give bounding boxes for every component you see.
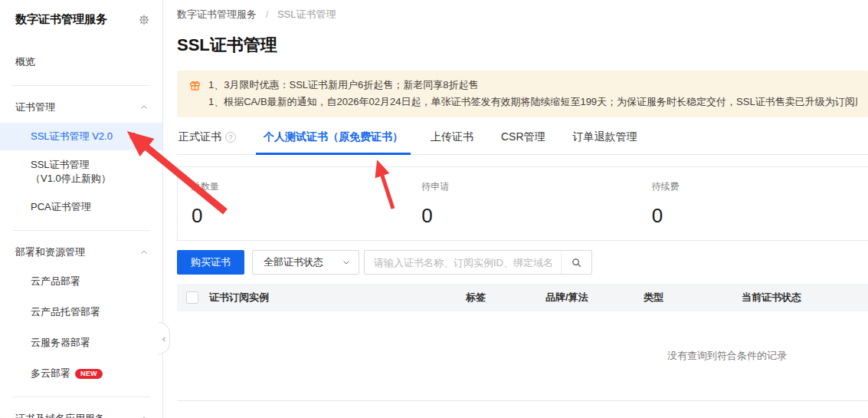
tab-label: 个人测试证书（原免费证书）	[264, 130, 403, 144]
col-header-brand-algorithm: 品牌/算法	[545, 291, 644, 304]
tab-upload-certs[interactable]: 上传证书	[429, 130, 475, 154]
table-bottom-divider	[177, 400, 868, 401]
stat-label: 总数量	[192, 180, 408, 193]
sidebar-divider	[12, 85, 150, 86]
table-header-row: 证书订阅实例 标签 品牌/算法 类型 当前证书状态	[177, 284, 868, 311]
chevron-up-icon	[139, 248, 149, 257]
app-title: 数字证书管理服务	[15, 12, 107, 27]
search-box	[364, 250, 592, 275]
sidebar-section-label: 证书管理	[15, 100, 55, 114]
sidebar-item-ssl-v2[interactable]: SSL证书管理 V2.0	[0, 123, 162, 150]
stat-value: 0	[652, 204, 868, 228]
breadcrumb-root[interactable]: 数字证书管理服务	[177, 8, 257, 20]
tab-label: 上传证书	[431, 130, 473, 144]
stat-value: 0	[421, 204, 637, 228]
sidebar-item-pca[interactable]: PCA证书管理	[0, 193, 162, 221]
sidebar-item-cloud-product-deploy[interactable]: 云产品部署	[0, 268, 162, 295]
banner-line-1: 1、3月限时优惠：SSL证书新用户6折起售；新老同享8折起售	[208, 77, 857, 94]
chevron-up-icon	[139, 103, 149, 112]
col-header-current-status: 当前证书状态	[742, 291, 868, 304]
sidebar-divider	[12, 230, 150, 231]
col-header-tags: 标签	[466, 291, 545, 304]
tab-csr-mgmt[interactable]: CSR管理	[500, 130, 547, 154]
breadcrumb: 数字证书管理服务 / SSL证书管理	[177, 8, 868, 21]
notice-banner: 1、3月限时优惠：SSL证书新用户6折起售；新老同享8折起售 1、根据CA/B最…	[177, 71, 868, 117]
select-all-checkbox[interactable]	[186, 291, 198, 304]
sidebar-section-cert-domain-apps[interactable]: 证书及域名应用服务	[0, 406, 162, 418]
dropdown-selected-value: 全部证书状态	[264, 255, 323, 269]
stat-value: 0	[192, 204, 408, 228]
new-badge: NEW	[75, 369, 103, 379]
banner-line-2[interactable]: 1、根据CA/B最新的通知，自2026年02月24日起，单张证书签发有效期将陆续…	[208, 94, 857, 110]
tab-label: 正式证书	[179, 130, 221, 144]
chevron-down-icon	[342, 258, 351, 267]
cert-status-filter-dropdown[interactable]: 全部证书状态	[252, 250, 359, 275]
sidebar-item-cloud-server-deploy[interactable]: 云服务器部署	[0, 329, 162, 357]
stat-label: 待续费	[652, 180, 868, 193]
sidebar-item-label: 多云部署	[31, 367, 70, 380]
banner-text: 1、3月限时优惠：SSL证书新用户6折起售；新老同享8折起售 1、根据CA/B最…	[208, 77, 857, 110]
breadcrumb-separator: /	[266, 8, 269, 20]
toolbar: 购买证书 全部证书状态	[177, 250, 868, 275]
buy-certificate-button[interactable]: 购买证书	[177, 250, 244, 275]
sidebar-item-label: SSL证书管理	[31, 159, 90, 170]
sidebar-section-deploy[interactable]: 部署和资源管理	[0, 240, 162, 265]
stat-pending-renew: 待续费 0	[638, 180, 868, 228]
chevron-up-icon	[139, 414, 149, 418]
tab-order-refund-mgmt[interactable]: 订单退款管理	[572, 130, 639, 154]
tab-bar: 正式证书 ? 个人测试证书（原免费证书） 上传证书 CSR管理 订单退款管理	[177, 127, 868, 155]
tab-formal-certs[interactable]: 正式证书 ?	[177, 130, 237, 154]
stat-total: 总数量 0	[178, 180, 408, 228]
tab-personal-test-certs[interactable]: 个人测试证书（原免费证书）	[262, 130, 405, 154]
main-content: 数字证书管理服务 / SSL证书管理 SSL证书管理 1、3月限时优惠：SSL证…	[163, 0, 868, 418]
sidebar-divider	[12, 397, 150, 397]
sidebar-section-cert-mgmt[interactable]: 证书管理	[0, 95, 162, 120]
sidebar-item-sublabel: （V1.0停止新购）	[31, 173, 111, 184]
sidebar: 数字证书管理服务 概览 证书管理 SSL证书管理 V2.0 SSL证书管理 （V…	[0, 0, 163, 418]
gift-icon	[189, 80, 201, 91]
sidebar-item-multicloud-deploy[interactable]: 多云部署 NEW	[0, 360, 162, 387]
col-header-type: 类型	[644, 291, 742, 304]
col-header-cert-instance: 证书订阅实例	[209, 291, 466, 304]
sidebar-item-cloud-product-hosted-deploy[interactable]: 云产品托管部署	[0, 298, 162, 326]
search-icon[interactable]	[561, 251, 591, 274]
sidebar-header: 数字证书管理服务	[0, 9, 162, 30]
page-title: SSL证书管理	[177, 34, 868, 57]
table-empty-state: 没有查询到符合条件的记录	[177, 311, 868, 400]
stat-label: 待申请	[421, 180, 637, 193]
tab-label: 订单退款管理	[573, 130, 637, 144]
sidebar-item-ssl-v1[interactable]: SSL证书管理 （V1.0停止新购）	[0, 153, 162, 190]
breadcrumb-current: SSL证书管理	[277, 8, 336, 20]
app-root: 数字证书管理服务 概览 证书管理 SSL证书管理 V2.0 SSL证书管理 （V…	[0, 0, 868, 418]
search-input[interactable]	[365, 251, 561, 274]
stat-pending-apply: 待申请 0	[408, 180, 637, 228]
stats-card: 总数量 0 待申请 0 待续费 0	[177, 166, 868, 241]
help-icon[interactable]: ?	[225, 132, 236, 143]
tab-label: CSR管理	[501, 130, 545, 144]
sidebar-item-overview[interactable]: 概览	[0, 48, 162, 76]
empty-state-text: 没有查询到符合条件的记录	[177, 349, 787, 363]
sidebar-section-label: 部署和资源管理	[15, 245, 85, 259]
sidebar-section-label: 证书及域名应用服务	[15, 412, 105, 418]
settings-gear-icon[interactable]	[138, 14, 150, 26]
